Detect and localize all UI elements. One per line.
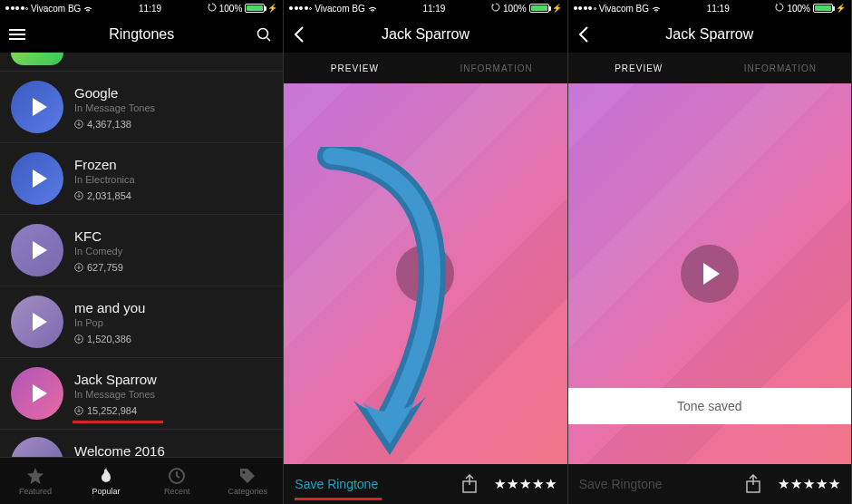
list-item[interactable]: KFC In Comedy 627,759	[0, 215, 283, 286]
segment-information[interactable]: INFORMATION	[426, 53, 567, 83]
signal-dots-icon	[5, 6, 28, 10]
play-button[interactable]	[681, 245, 739, 303]
tab-label: Recent	[164, 487, 190, 496]
back-icon[interactable]	[577, 25, 590, 44]
save-ringtone-button[interactable]: Save Ringtone	[295, 477, 378, 491]
segmented-control: PREVIEW INFORMATION	[568, 53, 851, 83]
clock-icon	[168, 467, 186, 485]
tab-popular[interactable]: Popular	[71, 458, 141, 504]
list-item[interactable]: Google In Message Tones 4,367,138	[0, 72, 283, 143]
play-icon	[33, 98, 47, 116]
clock-label: 11:19	[139, 4, 161, 14]
tag-icon	[238, 467, 257, 485]
star-icon: ★	[519, 476, 531, 492]
screen-ringtone-saved: Vivacom BG 11:19 100% ⚡ Jack Sparrow PRE…	[568, 0, 852, 504]
tab-label: Featured	[19, 487, 52, 496]
list-item[interactable]: me and you In Pop 1,520,386	[0, 286, 283, 358]
back-icon[interactable]	[293, 25, 305, 44]
svg-point-0	[258, 29, 268, 39]
wifi-icon	[652, 5, 661, 12]
carrier-label: Vivacom BG	[315, 4, 364, 14]
play-thumbnail[interactable]	[11, 437, 63, 457]
toast-tone-saved: Tone saved	[568, 388, 851, 424]
star-icon: ★	[816, 476, 828, 492]
sync-icon	[208, 3, 217, 14]
play-thumbnail[interactable]	[11, 152, 63, 205]
share-icon[interactable]	[461, 474, 478, 494]
play-icon	[33, 170, 47, 188]
download-icon	[74, 334, 83, 344]
tab-categories[interactable]: Categories	[212, 458, 283, 504]
bottom-bar: Save Ringtone ★★★★★	[568, 464, 851, 504]
star-icon: ★	[778, 476, 789, 492]
download-icon	[74, 191, 83, 200]
star-icon: ★	[507, 476, 518, 492]
save-ringtone-button: Save Ringtone	[579, 477, 663, 491]
star-icon: ★	[545, 476, 557, 492]
item-downloads: 2,031,854	[87, 190, 131, 201]
highlight-underline	[73, 421, 163, 423]
battery-icon	[813, 4, 833, 13]
item-title: KFC	[74, 228, 123, 244]
segment-label: PREVIEW	[331, 63, 379, 73]
list-item[interactable]	[0, 53, 283, 72]
item-downloads: 1,520,386	[87, 334, 131, 344]
battery-pct-label: 100%	[503, 4, 527, 14]
clock-label: 11:19	[422, 4, 445, 14]
svg-line-1	[267, 38, 271, 42]
status-bar: Vivacom BG 11:19 100% ⚡	[568, 0, 851, 16]
play-icon	[33, 313, 47, 331]
tab-featured[interactable]: Featured	[0, 458, 71, 504]
signal-dots-icon	[574, 6, 596, 10]
list-item[interactable]: Welcome 2016	[0, 430, 283, 457]
star-icon: ★	[532, 476, 544, 492]
download-icon	[74, 263, 83, 272]
play-icon	[420, 263, 436, 285]
item-title: Google	[74, 85, 155, 101]
tab-bar: Featured Popular Recent Categories	[0, 457, 283, 504]
wifi-icon	[83, 5, 92, 12]
rating-stars[interactable]: ★★★★★	[778, 476, 840, 492]
list-item[interactable]: Frozen In Electronica 2,031,854	[0, 143, 283, 215]
play-thumbnail[interactable]	[11, 81, 63, 133]
bottom-bar: Save Ringtone ★★★★★	[284, 464, 566, 504]
ringtone-list[interactable]: Google In Message Tones 4,367,138 Frozen…	[0, 53, 283, 457]
battery-pct-label: 100%	[219, 4, 243, 14]
charging-icon: ⚡	[267, 4, 277, 13]
rating-stars[interactable]: ★★★★★	[494, 476, 557, 492]
search-icon[interactable]	[256, 26, 272, 43]
play-thumbnail[interactable]	[11, 367, 63, 420]
item-title: Welcome 2016	[74, 443, 165, 458]
segment-label: INFORMATION	[460, 63, 532, 73]
segmented-control: PREVIEW INFORMATION	[284, 53, 566, 83]
svg-point-8	[243, 470, 246, 473]
download-icon	[74, 406, 83, 415]
play-button[interactable]	[396, 245, 454, 303]
play-icon	[703, 263, 720, 285]
highlight-underline	[295, 498, 382, 500]
item-title: me and you	[74, 300, 145, 315]
tab-label: Popular	[92, 487, 121, 496]
page-title: Jack Sparrow	[382, 26, 470, 43]
preview-area	[284, 83, 566, 464]
page-title: Ringtones	[109, 26, 174, 43]
item-title: Jack Sparrow	[74, 372, 157, 387]
segment-preview[interactable]: PREVIEW	[284, 53, 425, 83]
nav-bar: Jack Sparrow	[284, 16, 566, 53]
item-category: In Message Tones	[74, 389, 157, 400]
screen-ringtones-list: Vivacom BG 11:19 100% ⚡ Ringtones	[0, 0, 284, 504]
tab-label: Categories	[228, 487, 268, 496]
play-thumbnail[interactable]	[11, 224, 63, 276]
segment-information[interactable]: INFORMATION	[710, 53, 851, 83]
share-icon[interactable]	[745, 474, 761, 494]
tab-recent[interactable]: Recent	[141, 458, 212, 504]
page-title: Jack Sparrow	[665, 26, 753, 43]
list-item[interactable]: Jack Sparrow In Message Tones 15,252,984	[0, 358, 283, 430]
segment-preview[interactable]: PREVIEW	[568, 53, 710, 83]
menu-icon[interactable]	[9, 29, 25, 40]
status-bar: Vivacom BG 11:19 100% ⚡	[284, 0, 566, 16]
carrier-label: Vivacom BG	[599, 4, 649, 14]
play-thumbnail[interactable]	[11, 296, 63, 348]
segment-label: PREVIEW	[615, 63, 663, 73]
play-thumbnail[interactable]	[11, 53, 63, 65]
